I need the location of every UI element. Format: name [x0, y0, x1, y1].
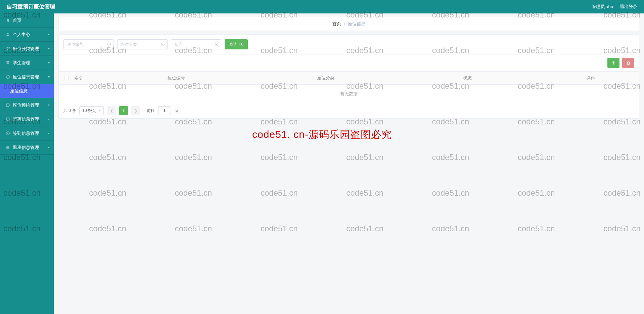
- th-seat-code: 座位编号: [94, 75, 259, 81]
- sidebar-item-label: 座位信息: [10, 88, 28, 94]
- sidebar: 首页 个人中心 ▾ 座位分类管理 ▾: [0, 13, 54, 314]
- sidebar-item-label: 座位预约管理: [13, 102, 39, 108]
- app-header: 自习室预订座位管理 管理员 abo 退出登录: [0, 0, 644, 13]
- table-empty-text: 暂无数据: [59, 85, 639, 103]
- sidebar-item-label: 座位信息管理: [13, 74, 39, 80]
- sidebar-item-home[interactable]: 首页: [0, 13, 54, 28]
- page-number-1[interactable]: 1: [119, 106, 128, 115]
- chevron-down-icon: ▾: [48, 131, 50, 135]
- svg-rect-2: [8, 47, 9, 48]
- svg-point-4: [6, 75, 9, 79]
- exit-icon: [5, 145, 10, 150]
- status-input[interactable]: [171, 39, 221, 49]
- chevron-down-icon: ▾: [48, 117, 50, 121]
- delete-button[interactable]: [622, 58, 634, 68]
- svg-rect-3: [6, 49, 7, 50]
- chevron-down-icon: ▾: [48, 146, 50, 149]
- sidebar-item-profile[interactable]: 个人中心 ▾: [0, 28, 54, 42]
- sidebar-item-exit[interactable]: 退座信息管理 ▾: [0, 141, 54, 155]
- sidebar-item-student[interactable]: 学生管理 ▾: [0, 56, 54, 70]
- category-icon: [5, 46, 10, 51]
- breadcrumb-current: 座位信息: [348, 21, 365, 27]
- student-icon: [5, 61, 10, 65]
- th-checkbox: [59, 76, 74, 80]
- header-right: 管理员 abo 退出登录: [592, 4, 637, 10]
- sidebar-item-label: 首页: [13, 17, 21, 24]
- sidebar-item-seat-category[interactable]: 座位分类管理 ▾: [0, 42, 54, 56]
- th-index: 索引: [74, 75, 94, 81]
- chevron-down-icon: ▾: [48, 75, 50, 79]
- sidebar-item-seat-info[interactable]: 座位信息管理 ▾: [0, 70, 54, 84]
- logout-link[interactable]: 退出登录: [620, 4, 637, 10]
- breadcrumb-card: 首页 / 座位信息: [58, 17, 639, 31]
- plus-icon: [611, 61, 616, 65]
- th-seat-cat: 座位分类: [259, 75, 393, 81]
- sidebar-item-booking[interactable]: 座位预约管理 ▾: [0, 98, 54, 112]
- sidebar-item-label: 学生管理: [13, 60, 30, 66]
- content-card: 查询: [58, 34, 639, 119]
- status-field-wrap: [171, 39, 221, 49]
- select-all-checkbox[interactable]: [64, 76, 69, 80]
- prev-page-button[interactable]: ❮: [107, 106, 116, 115]
- pagination-total: 共 0 条: [63, 108, 76, 114]
- breadcrumb-sep: /: [344, 22, 345, 27]
- pagination: 共 0 条 10条/页 ❮ 1 ❯ 前往 页: [59, 103, 639, 118]
- leave-icon: [5, 117, 10, 122]
- svg-point-6: [6, 132, 9, 135]
- query-button-label: 查询: [229, 42, 237, 47]
- svg-rect-5: [6, 104, 9, 107]
- chevron-right-icon: ❯: [134, 109, 137, 113]
- sidebar-item-label: 签到信息管理: [13, 130, 39, 136]
- goto-prefix: 前往: [147, 108, 155, 114]
- chevron-down-icon: ▾: [48, 61, 50, 65]
- sidebar-item-leave[interactable]: 暂离信息管理 ▾: [0, 112, 54, 126]
- svg-point-10: [240, 43, 242, 45]
- sidebar-item-label: 座位分类管理: [13, 46, 39, 52]
- main-content: 首页 / 座位信息: [54, 13, 644, 314]
- seat-cat-input[interactable]: [117, 39, 168, 49]
- sidebar-item-label: 退座信息管理: [13, 145, 39, 151]
- seat-code-field-wrap: [63, 39, 114, 49]
- th-status: 状态: [393, 75, 542, 81]
- sidebar-item-checkin[interactable]: 签到信息管理 ▾: [0, 126, 54, 141]
- chevron-left-icon: ❮: [110, 109, 113, 113]
- chevron-down-icon: ▾: [48, 47, 50, 50]
- page-size-value: 10条/页: [82, 108, 96, 114]
- th-operate: 操作: [542, 75, 639, 81]
- goto-suffix: 页: [174, 108, 178, 114]
- trash-icon: [626, 61, 631, 65]
- goto-page-input[interactable]: [158, 106, 171, 115]
- sidebar-item-label: 个人中心: [13, 32, 30, 38]
- sidebar-item-seat-info-sub[interactable]: 座位信息: [0, 84, 54, 98]
- add-button[interactable]: [607, 58, 619, 68]
- breadcrumb-home[interactable]: 首页: [332, 21, 341, 27]
- page-size-select[interactable]: 10条/页: [79, 106, 104, 115]
- chevron-down-icon: ▾: [48, 33, 50, 36]
- seat-cat-field-wrap: [117, 39, 168, 49]
- home-icon: [5, 18, 10, 23]
- checkin-icon: [5, 131, 10, 136]
- app-title: 自习室预订座位管理: [7, 3, 55, 10]
- toolbar: [59, 54, 639, 71]
- breadcrumb: 首页 / 座位信息: [59, 17, 639, 31]
- query-button[interactable]: 查询: [225, 39, 248, 49]
- data-table: 索引 座位编号 座位分类 状态 操作 暂无数据: [59, 71, 639, 103]
- search-icon: [239, 42, 243, 46]
- svg-point-0: [7, 33, 8, 34]
- chevron-down-icon: ▾: [48, 103, 50, 107]
- user-label[interactable]: 管理员 abo: [592, 4, 613, 10]
- sidebar-item-label: 暂离信息管理: [13, 116, 39, 122]
- seat-code-input[interactable]: [63, 39, 114, 49]
- user-icon: [5, 32, 10, 37]
- svg-rect-1: [6, 47, 7, 48]
- next-page-button[interactable]: ❯: [131, 106, 140, 115]
- booking-icon: [5, 103, 10, 108]
- search-bar: 查询: [59, 35, 639, 54]
- seat-icon: [5, 75, 10, 79]
- table-header: 索引 座位编号 座位分类 状态 操作: [59, 71, 639, 85]
